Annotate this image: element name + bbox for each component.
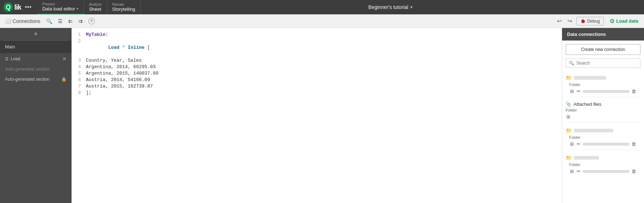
sidebar-load-item[interactable]: ☰ Load ✕ [0, 53, 72, 65]
conn-edit-btn-1[interactable]: ✏ [576, 88, 581, 95]
toolbar: ⬜ Connections 🔍 ☰ ⇇ ⇉ ? ↩ ↪ 🐞 Debug ⊙ Lo… [0, 14, 644, 28]
nav-section-narrate[interactable]: Narrate Storytelling [107, 0, 141, 14]
indent-btn[interactable]: ☰ [56, 17, 65, 25]
sidebar-auto-section-1[interactable]: Auto-generated section [0, 65, 72, 74]
code-line-2: 2 Load * Inline [ [72, 38, 562, 57]
conn-name-blur-1 [574, 76, 606, 80]
help-btn[interactable]: ? [86, 16, 97, 26]
nav-section-prepare[interactable]: Prepare Data load editor ▾ [37, 0, 84, 14]
code-line-8: 8 ]; [72, 90, 562, 96]
search-box[interactable]: 🔍 [566, 58, 640, 68]
format-btn1[interactable]: ⇇ [66, 17, 75, 25]
search-icon: 🔍 [46, 18, 52, 24]
connections-label: Connections [13, 18, 40, 24]
attached-select-btn[interactable]: ⊞ [566, 113, 571, 120]
conn-actions-1: ⊞ ✏ 🗑 [566, 87, 640, 95]
sidebar-main-section[interactable]: Main [0, 41, 72, 53]
nav-section-analyze[interactable]: Analyze Sheet [84, 0, 107, 14]
debug-btn[interactable]: 🐞 Debug [576, 17, 604, 25]
conn-delete-btn-1[interactable]: 🗑 [631, 88, 637, 95]
search-btn[interactable]: 🔍 [44, 17, 54, 25]
sidebar-auto-section-2-row[interactable]: Auto-generated section 🔒 [0, 74, 72, 85]
conn-folder-row-1: 📁 [566, 74, 640, 82]
conn-actions-4: ⊞ ✏ 🗑 [566, 167, 640, 175]
conn-separator-attached [566, 97, 640, 97]
line-num-5: 5 [72, 70, 84, 77]
load-data-label: Load data [616, 18, 638, 24]
add-section-btn[interactable]: + [34, 31, 38, 37]
conn-folder-row-4: 📁 [566, 154, 640, 162]
line-content-8: ]; [84, 90, 92, 96]
conn-actions-3: ⊞ ✏ 🗑 [566, 140, 640, 148]
connection-item-4: 📁 Folder ⊞ ✏ 🗑 [562, 151, 644, 175]
redo-btn[interactable]: ↪ [566, 17, 574, 25]
qlik-q-icon: Q [4, 3, 13, 12]
folder-icon-1: 📁 [566, 75, 572, 81]
line-content-3: Country, Year, Sales [84, 57, 142, 64]
nav-narrate-label: Narrate [112, 3, 135, 6]
line-content-4: Argentina, 2014, 66295.03 [84, 64, 156, 70]
data-connections-title: Data connections [567, 32, 606, 37]
nav-prepare-label: Prepare [42, 2, 79, 6]
load-data-btn[interactable]: ⊙ Load data [607, 16, 641, 26]
line-num-2: 2 [72, 38, 84, 57]
line-content-5: Argentina, 2015, 140037.89 [84, 70, 158, 77]
conn-folder-row-3: 📁 [566, 126, 640, 135]
create-new-connection-btn[interactable]: Create new connection [566, 44, 640, 55]
conn-edit-btn-3[interactable]: ✏ [576, 141, 581, 147]
search-input[interactable] [576, 61, 637, 66]
code-line-1: 1 MyTable: [72, 32, 562, 38]
close-icon[interactable]: ✕ [62, 56, 67, 62]
load-icon: ⊙ [610, 18, 614, 24]
indent-icon: ☰ [58, 18, 63, 24]
line-num-7: 7 [72, 83, 84, 90]
app-title-text: Beginner's tutorial [369, 4, 409, 10]
plus-icon: + [34, 30, 38, 38]
right-panel: Data connections Create new connection 🔍… [562, 28, 644, 203]
nav-dots-btn[interactable]: ••• [25, 4, 31, 11]
list-icon: ☰ [5, 57, 9, 61]
format-btn2[interactable]: ⇉ [76, 17, 85, 25]
connection-item-1: 📁 Folder ⊞ ✏ 🗑 [562, 71, 644, 95]
line-num-4: 4 [72, 64, 84, 70]
conn-label-4: Folder [566, 162, 640, 167]
connections-btn[interactable]: ⬜ Connections [3, 17, 43, 25]
format-icon1: ⇇ [68, 18, 73, 24]
conn-select-btn-1[interactable]: ⊞ [569, 88, 575, 95]
connections-list: 📁 Folder ⊞ ✏ 🗑 📎 Attached files Folder [562, 71, 644, 203]
line-num-1: 1 [72, 32, 84, 38]
conn-delete-btn-3[interactable]: 🗑 [631, 141, 637, 147]
nav-narrate-name: Storytelling [112, 6, 135, 12]
app-title-btn[interactable]: Beginner's tutorial ▾ [141, 4, 640, 10]
conn-action-blur-3 [583, 143, 629, 146]
code-editor[interactable]: 1 MyTable: 2 Load * Inline [ 3 Country, … [72, 28, 562, 203]
attached-files-actions: ⊞ [562, 113, 644, 121]
nav-prepare-name: Data load editor ▾ [42, 6, 79, 11]
code-line-7: 7 Austria, 2015, 182739.87 [72, 83, 562, 90]
code-line-6: 6 Austria, 2014, 54166.09 [72, 77, 562, 83]
undo-btn[interactable]: ↩ [556, 17, 563, 25]
lock-icon: 🔒 [61, 77, 67, 82]
line-content-6: Austria, 2014, 54166.09 [84, 77, 150, 83]
auto-section-2-label: Auto-generated section [5, 77, 49, 82]
conn-name-blur-4 [574, 156, 599, 160]
conn-select-btn-4[interactable]: ⊞ [569, 168, 575, 175]
line-num-3: 3 [72, 57, 84, 64]
debug-label: Debug [587, 19, 600, 24]
conn-separator-2 [566, 122, 640, 123]
bug-icon: 🐞 [580, 19, 586, 24]
line-content-7: Austria, 2015, 182739.87 [84, 83, 153, 90]
code-line-3: 3 Country, Year, Sales [72, 57, 562, 64]
help-icon: ? [88, 18, 95, 24]
conn-delete-btn-4[interactable]: 🗑 [631, 168, 637, 175]
nav-analyze-label: Analyze [89, 3, 102, 6]
nav-analyze-name: Sheet [89, 6, 102, 12]
conn-separator-3 [566, 150, 640, 150]
load-label: Load [11, 56, 20, 61]
conn-edit-btn-4[interactable]: ✏ [576, 168, 581, 175]
conn-name-blur-3 [574, 129, 613, 132]
conn-select-btn-3[interactable]: ⊞ [569, 141, 575, 147]
qlik-logo-text: lik [14, 3, 21, 11]
line-num-8: 8 [72, 90, 84, 96]
code-line-4: 4 Argentina, 2014, 66295.03 [72, 64, 562, 70]
